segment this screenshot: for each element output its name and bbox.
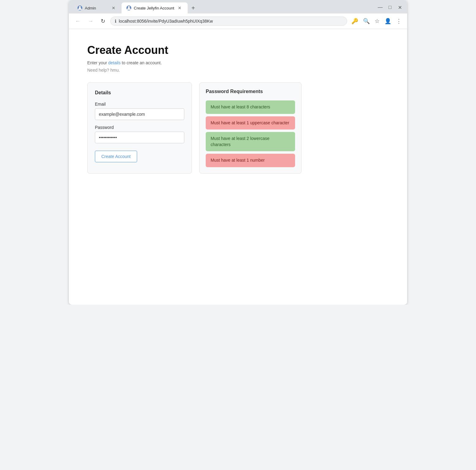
tab-admin-close[interactable]: ✕ [111, 5, 117, 11]
requirements-card: Password Requirements Must have at least… [199, 82, 302, 174]
req-number: Must have at least 1 number [206, 154, 295, 167]
subtitle-text: Enter your [87, 60, 108, 65]
reload-button[interactable]: ↻ [98, 17, 108, 26]
tab-admin-icon [77, 6, 82, 10]
email-input[interactable] [95, 108, 184, 120]
back-button[interactable]: ← [73, 17, 83, 26]
close-button[interactable]: ✕ [396, 4, 403, 11]
key-icon-button[interactable]: 🔑 [350, 16, 360, 26]
address-bar-info-icon: ℹ [115, 19, 116, 24]
page-title: Create Account [87, 44, 389, 57]
toolbar-actions: 🔑 🔍 ☆ 👤 ⋮ [350, 16, 403, 26]
tab-create-jellyfin-label: Create Jellyfin Account [134, 6, 174, 10]
page-subtitle: Enter your details to create an account. [87, 60, 389, 65]
tab-admin-label: Admin [85, 6, 96, 10]
req-lowercase-label: Must have at least 2 lowercase character… [211, 136, 269, 147]
svg-point-1 [128, 6, 130, 8]
svg-point-0 [79, 6, 81, 8]
tab-admin[interactable]: Admin ✕ [73, 2, 122, 13]
requirements-card-title: Password Requirements [206, 89, 295, 94]
menu-button[interactable]: ⋮ [394, 16, 403, 26]
create-account-button[interactable]: Create Account [95, 151, 137, 162]
tab-create-jellyfin[interactable]: Create Jellyfin Account ✕ [122, 2, 188, 13]
req-characters: Must have at least 8 characters [206, 100, 295, 114]
forward-button[interactable]: → [85, 17, 96, 26]
details-card-title: Details [95, 90, 184, 96]
subtitle-link[interactable]: details [108, 60, 120, 65]
profile-button[interactable]: 👤 [383, 16, 393, 26]
details-card: Details Email Password Create Account [87, 82, 192, 174]
browser-window: Admin ✕ Create Jellyfin Account ✕ + — □ … [69, 0, 407, 305]
tab-create-jellyfin-close[interactable]: ✕ [177, 5, 183, 11]
page-content: Create Account Enter your details to cre… [69, 29, 407, 305]
req-uppercase: Must have at least 1 uppercase character [206, 116, 295, 130]
req-lowercase: Must have at least 2 lowercase character… [206, 132, 295, 151]
window-controls: — □ ✕ [377, 4, 403, 13]
password-form-group: Password [95, 125, 184, 143]
address-bar[interactable]: ℹ localhost:8056/invite/PdyU3adIuwh5phUI… [110, 17, 347, 26]
email-form-group: Email [95, 102, 184, 120]
subtitle-rest: to create an account. [121, 60, 162, 65]
address-bar-url: localhost:8056/invite/PdyU3adIuwh5phUIXq… [119, 19, 213, 24]
new-tab-button[interactable]: + [188, 3, 199, 13]
req-characters-label: Must have at least 8 characters [211, 104, 270, 109]
browser-toolbar: ← → ↻ ℹ localhost:8056/invite/PdyU3adIuw… [69, 13, 407, 29]
tab-create-jellyfin-icon [126, 6, 131, 10]
main-layout: Details Email Password Create Account Pa… [87, 82, 302, 174]
search-button[interactable]: 🔍 [361, 16, 372, 26]
minimize-button[interactable]: — [377, 4, 384, 11]
page-help-text: Need help? hmu. [87, 68, 389, 73]
bookmark-button[interactable]: ☆ [373, 16, 381, 26]
req-uppercase-label: Must have at least 1 uppercase character [211, 120, 289, 125]
password-input[interactable] [95, 132, 184, 143]
browser-titlebar: Admin ✕ Create Jellyfin Account ✕ + — □ … [69, 0, 407, 13]
password-label: Password [95, 125, 184, 130]
maximize-button[interactable]: □ [386, 4, 394, 11]
email-label: Email [95, 102, 184, 107]
req-number-label: Must have at least 1 number [211, 158, 265, 163]
